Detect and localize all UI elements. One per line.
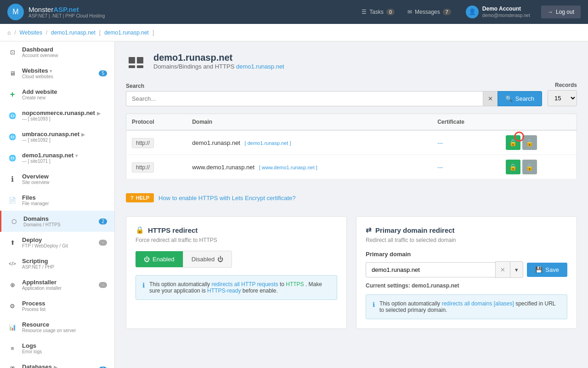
primary-info-highlight1: redirects all domains [aliases] bbox=[441, 300, 514, 307]
https-info-text2: to bbox=[280, 281, 286, 288]
bottom-panels: 🔒 HTTPS redirect Force redirect all traf… bbox=[126, 216, 577, 329]
messages-nav-item[interactable]: ✉ Messages 7 bbox=[407, 9, 451, 15]
sidebar-item-process[interactable]: ⚙ Process Process list bbox=[0, 295, 114, 316]
records-select[interactable]: 15 25 50 100 bbox=[548, 90, 577, 106]
sidebar-sub-logs: Error logs bbox=[22, 349, 107, 354]
sidebar-item-resource[interactable]: 📊 Resource Resource usage on server bbox=[0, 316, 114, 338]
sidebar-label-resource: Resource bbox=[22, 321, 107, 328]
search-button-label: Search bbox=[515, 95, 534, 102]
sidebar-label-overview: Overview bbox=[22, 173, 107, 180]
primary-info-box: ℹ This option automatically redirects al… bbox=[366, 294, 567, 319]
col-domain: Domain bbox=[187, 114, 432, 131]
sidebar-item-demo1[interactable]: 🌐 demo1.runasp.net ▾ --- [ site1071 ] bbox=[0, 147, 114, 168]
col-certificate: Certificate bbox=[432, 114, 500, 131]
sidebar-item-logs[interactable]: ≡ Logs Error logs bbox=[0, 338, 114, 359]
home-icon[interactable]: ⌂ bbox=[7, 29, 11, 36]
svg-rect-1 bbox=[137, 57, 143, 63]
sidebar-item-dashboard[interactable]: ⊡ Dashboard Account overview bbox=[0, 41, 114, 63]
search-clear-button[interactable]: ✕ bbox=[483, 91, 498, 106]
logo-icon: M bbox=[7, 4, 24, 20]
sidebar-item-add-website[interactable]: + Add website Create new bbox=[0, 84, 114, 105]
info-icon-primary: ℹ bbox=[373, 301, 375, 308]
redirect-icon: ⇄ bbox=[366, 226, 372, 234]
databases-badge: 3 bbox=[99, 367, 107, 368]
cert-link[interactable]: --- bbox=[437, 164, 443, 171]
appinstaller-icon: ⊕ bbox=[7, 280, 17, 290]
breadcrumb-domain[interactable]: demo1.runasp.net bbox=[51, 29, 96, 36]
sidebar-item-appinstaller[interactable]: ⊕ AppInstaller Application installer ·· bbox=[0, 274, 114, 295]
sidebar-item-files[interactable]: 📄 Files File manager bbox=[0, 190, 114, 211]
ssl-disable-button[interactable]: 🔒 bbox=[522, 160, 537, 174]
search-button-icon: 🔍 bbox=[505, 95, 513, 102]
https-panel-subtitle: Force redirect all traffic to HTTPS bbox=[136, 237, 337, 243]
user-name: Demo Account bbox=[482, 5, 530, 13]
page-title: demo1.runasp.net bbox=[153, 52, 284, 63]
help-bar: ? HELP How to enable HTTPS with Lets Enc… bbox=[126, 189, 577, 207]
breadcrumb-websites[interactable]: Websites bbox=[20, 29, 42, 36]
scripting-icon: </> bbox=[7, 259, 17, 269]
sidebar: ⊡ Dashboard Account overview 🖥 Websites … bbox=[0, 41, 115, 368]
sidebar-item-databases[interactable]: 🗄 Databases ▶ Cloud databases 3 bbox=[0, 359, 114, 368]
sidebar-sub-domains: Domains / HTTPS bbox=[23, 222, 94, 227]
sidebar-item-nopcommerce[interactable]: 🌐 nopcommerce.runasp.net ▶ --- [ site109… bbox=[0, 105, 114, 126]
action-buttons: 🔒 🔒 bbox=[506, 160, 571, 174]
brand-subtitle: ASP.NET | .NET | PHP Cloud Hosting bbox=[28, 13, 105, 18]
ssl-disable-button[interactable]: 🔒 bbox=[522, 135, 537, 150]
page-subtitle-link[interactable]: demo1.runasp.net bbox=[236, 63, 284, 70]
page-subtitle: Domains/Bindings and HTTPS demo1.runasp.… bbox=[153, 63, 284, 70]
sidebar-item-umbraco[interactable]: 🌐 umbraco.runasp.net ▶ --- [ site1092 ] bbox=[0, 126, 114, 147]
https-info-highlight2: HTTPS bbox=[286, 281, 304, 288]
domain-name: demo1.runasp.net bbox=[192, 139, 240, 146]
sidebar-label-logs: Logs bbox=[22, 342, 107, 349]
cert-link[interactable]: --- bbox=[437, 140, 443, 146]
save-icon: 💾 bbox=[535, 266, 543, 273]
help-link[interactable]: How to enable HTTPS with Lets Encrypt ce… bbox=[158, 195, 295, 201]
domain-clear-button[interactable]: ✕ bbox=[495, 261, 510, 278]
page-header: demo1.runasp.net Domains/Bindings and HT… bbox=[126, 52, 577, 73]
sidebar-sub-resource: Resource usage on server bbox=[22, 328, 107, 333]
sidebar-label-appinstaller: AppInstaller bbox=[22, 279, 94, 286]
enabled-button[interactable]: ⏻ Enabled bbox=[136, 251, 183, 267]
logout-button[interactable]: → Log out bbox=[541, 6, 581, 18]
current-setting: Current settings: demo1.runasp.net bbox=[366, 282, 567, 289]
domain-dropdown-button[interactable]: ▾ bbox=[510, 261, 523, 278]
current-setting-value: demo1.runasp.net bbox=[412, 282, 459, 289]
tasks-nav-item[interactable]: ☰ Tasks 0 bbox=[362, 9, 395, 15]
sidebar-item-websites[interactable]: 🖥 Websites ▾ Cloud websites 5 bbox=[0, 63, 114, 84]
records-label: Records bbox=[555, 82, 577, 88]
ssl-enable-button[interactable]: 🔒 bbox=[506, 160, 520, 174]
primary-domain-input[interactable] bbox=[366, 262, 495, 277]
enabled-label: Enabled bbox=[153, 256, 175, 263]
search-input[interactable] bbox=[126, 91, 483, 106]
sidebar-item-domains[interactable]: ⬡ Domains Domains / HTTPS 2 bbox=[0, 211, 114, 232]
sidebar-sub-demo1: --- [ site1071 ] bbox=[22, 159, 107, 164]
save-button[interactable]: 💾 Save bbox=[527, 263, 567, 277]
sidebar-item-overview[interactable]: ℹ Overview Site overview bbox=[0, 168, 114, 190]
search-button[interactable]: 🔍 Search bbox=[498, 91, 542, 106]
lock-icon: 🔒 bbox=[136, 226, 144, 234]
sidebar-label-scripting: Scripting bbox=[22, 258, 107, 264]
dashboard-icon: ⊡ bbox=[7, 47, 17, 57]
disabled-button[interactable]: Disabled ⏻ bbox=[183, 251, 232, 268]
sidebar-sub-overview: Site overview bbox=[22, 180, 107, 185]
sidebar-sub-nopcommerce: --- [ site1093 ] bbox=[22, 116, 107, 121]
https-info-highlight3: HTTPS-ready bbox=[207, 288, 241, 294]
sidebar-item-deploy[interactable]: ⬆ Deploy FTP / WebDeploy / Git ·· bbox=[0, 232, 114, 253]
tasks-icon: ☰ bbox=[362, 9, 367, 15]
logs-icon: ≡ bbox=[7, 343, 17, 353]
help-label: HELP bbox=[136, 195, 149, 201]
power-off-icon: ⏻ bbox=[217, 256, 223, 263]
primary-domain-panel: ⇄ Primary domain redirect Redirect all t… bbox=[356, 216, 577, 329]
sidebar-item-scripting[interactable]: </> Scripting ASP.NET / PHP bbox=[0, 253, 114, 274]
logout-label: Log out bbox=[556, 9, 574, 15]
table-row: http:// demo1.runasp.net [ demo1.runasp.… bbox=[126, 130, 577, 155]
save-label: Save bbox=[545, 266, 559, 273]
websites-icon: 🖥 bbox=[7, 68, 17, 78]
ssl-enable-button[interactable]: 🔒 bbox=[506, 135, 520, 150]
sidebar-label-umbraco: umbraco.runasp.net ▶ bbox=[22, 131, 107, 138]
https-redirect-panel: 🔒 HTTPS redirect Force redirect all traf… bbox=[126, 216, 347, 329]
sidebar-label-websites: Websites ▾ bbox=[22, 67, 94, 74]
websites-badge: 5 bbox=[99, 70, 107, 76]
https-info-box: ℹ This option automatically redirects al… bbox=[136, 275, 337, 300]
help-icon: ? bbox=[130, 195, 134, 201]
